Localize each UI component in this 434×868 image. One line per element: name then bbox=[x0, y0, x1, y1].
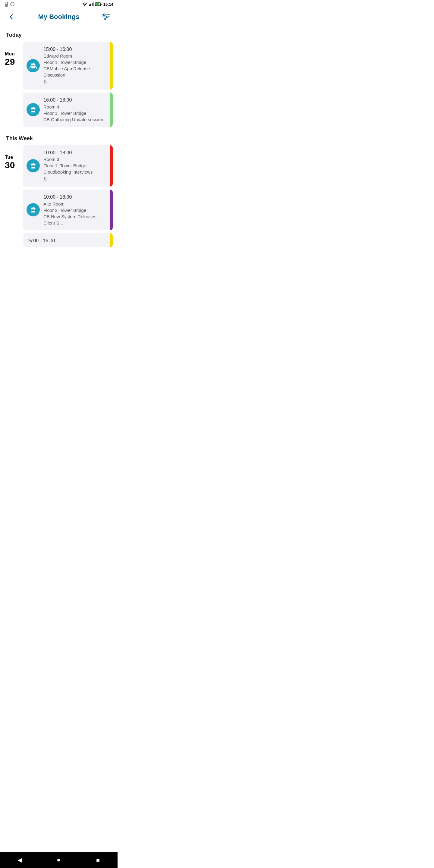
svg-point-2 bbox=[10, 2, 14, 6]
card-time: 16:00 - 18:00 bbox=[43, 97, 105, 103]
day-cards-tue30: 10:00 - 18:00 Room 3 Floor 1, Tower Brid… bbox=[23, 145, 113, 247]
filter-button[interactable] bbox=[101, 11, 112, 22]
day-group-mon29: Mon 29 bbox=[0, 42, 118, 127]
meeting-people-icon bbox=[29, 206, 37, 214]
card-location: Floor 2, Tower Bridge bbox=[43, 207, 105, 213]
card-location: Floor 1, Tower Bridge bbox=[43, 162, 105, 169]
card-room: Room 4 bbox=[43, 104, 105, 110]
circle-icon bbox=[10, 2, 14, 6]
svg-rect-1 bbox=[5, 2, 7, 4]
day-cards-mon29: 15:00 - 16:00 Edward Room Floor 1, Tower… bbox=[23, 42, 113, 127]
day-num-30: 30 bbox=[5, 160, 15, 170]
card-content: 10:00 - 18:00 Alto Room Floor 2, Tower B… bbox=[43, 194, 109, 226]
svg-rect-6 bbox=[93, 2, 94, 6]
svg-point-18 bbox=[32, 63, 34, 65]
back-arrow-icon bbox=[8, 13, 15, 20]
card-location: Floor 1, Tower Bridge bbox=[43, 110, 105, 116]
day-num-29: 29 bbox=[5, 57, 15, 67]
signal-icon bbox=[89, 2, 94, 6]
svg-point-15 bbox=[104, 18, 106, 20]
section-today: Today Mon 29 bbox=[0, 30, 118, 127]
battery-icon bbox=[95, 2, 102, 6]
card-event: CB Gathering Update session bbox=[43, 116, 105, 123]
section-title-today: Today bbox=[0, 30, 118, 42]
meeting-people-icon bbox=[29, 162, 37, 170]
booking-card[interactable]: 15:00 - 16:00 Edward Room Floor 1, Tower… bbox=[23, 42, 113, 90]
card-time: 15:00 - 16:00 bbox=[43, 46, 105, 53]
meeting-people-icon bbox=[29, 106, 37, 114]
card-icon-wrap bbox=[27, 203, 40, 216]
app-header: My Bookings bbox=[0, 8, 118, 27]
svg-rect-8 bbox=[96, 3, 99, 5]
day-label-mon29: Mon 29 bbox=[5, 42, 23, 67]
card-icon-wrap bbox=[27, 103, 40, 116]
day-label-tue30: Tue 30 bbox=[5, 145, 23, 170]
card-accent-red bbox=[110, 145, 113, 187]
back-button[interactable] bbox=[6, 11, 17, 22]
day-group-tue30: Tue 30 10:00 - 18 bbox=[0, 145, 118, 247]
time-display: 15:14 bbox=[103, 2, 113, 7]
status-bar-right: 15:14 bbox=[82, 2, 113, 7]
svg-point-24 bbox=[32, 163, 34, 165]
meeting-people-icon bbox=[29, 62, 37, 70]
section-title-this-week: This Week bbox=[0, 133, 118, 145]
card-accent-purple bbox=[110, 190, 113, 230]
svg-rect-3 bbox=[89, 4, 90, 6]
card-accent-yellow bbox=[110, 42, 113, 90]
svg-rect-4 bbox=[90, 4, 91, 6]
svg-point-13 bbox=[103, 14, 105, 16]
card-event: Cloudbooking Interviews bbox=[43, 169, 105, 175]
booking-card[interactable]: 16:00 - 18:00 Room 4 Floor 1, Tower Brid… bbox=[23, 93, 113, 127]
card-event: CB New System Releases - Client S... bbox=[43, 213, 105, 226]
card-icon-wrap bbox=[27, 159, 40, 173]
card-content: 16:00 - 18:00 Room 4 Floor 1, Tower Brid… bbox=[43, 97, 109, 122]
card-content: 15:00 - 16:00 Edward Room Floor 1, Tower… bbox=[43, 46, 109, 85]
card-event: CBMobile App Release Discussion bbox=[43, 65, 105, 78]
status-bar-left bbox=[4, 2, 14, 7]
card-time: 15:00 - 16:00 bbox=[27, 238, 105, 244]
card-room: Room 3 bbox=[43, 156, 105, 162]
svg-rect-5 bbox=[92, 3, 93, 6]
booking-card[interactable]: 15:00 - 16:00 bbox=[23, 233, 113, 247]
booking-card[interactable]: 10:00 - 18:00 Alto Room Floor 2, Tower B… bbox=[23, 190, 113, 230]
status-bar: 15:14 bbox=[0, 0, 118, 8]
svg-rect-9 bbox=[101, 4, 101, 5]
card-icon-wrap bbox=[27, 59, 40, 72]
section-this-week: This Week Tue 30 bbox=[0, 133, 118, 247]
filter-icon bbox=[102, 13, 110, 20]
card-location: Floor 1, Tower Bridge bbox=[43, 59, 105, 65]
main-content: Today Mon 29 bbox=[0, 27, 118, 259]
card-time: 10:00 - 18:00 bbox=[43, 150, 105, 156]
recurring-icon: ↻ bbox=[43, 176, 105, 182]
day-name-tue: Tue bbox=[5, 154, 13, 160]
card-accent-yellow2 bbox=[110, 233, 113, 247]
card-content: 10:00 - 18:00 Room 3 Floor 1, Tower Brid… bbox=[43, 150, 109, 182]
card-room: Edward Room bbox=[43, 53, 105, 59]
card-accent-green bbox=[110, 93, 113, 127]
booking-card[interactable]: 10:00 - 18:00 Room 3 Floor 1, Tower Brid… bbox=[23, 145, 113, 187]
svg-point-21 bbox=[32, 107, 34, 109]
sim-icon bbox=[4, 2, 8, 7]
day-name-mon: Mon bbox=[5, 51, 15, 57]
svg-point-14 bbox=[106, 16, 108, 18]
wifi-icon bbox=[82, 2, 87, 6]
card-content: 15:00 - 16:00 bbox=[27, 238, 109, 244]
page-title: My Bookings bbox=[38, 13, 80, 21]
card-time: 10:00 - 18:00 bbox=[43, 194, 105, 200]
card-room: Alto Room bbox=[43, 201, 105, 207]
svg-point-27 bbox=[32, 207, 34, 209]
recurring-icon: ↻ bbox=[43, 79, 105, 85]
